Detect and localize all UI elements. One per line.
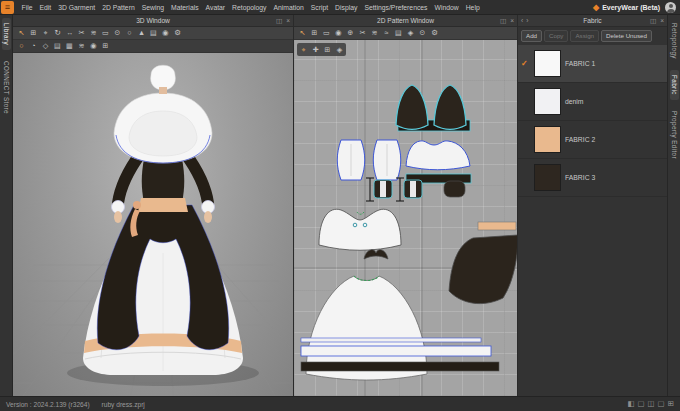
left-rail-tab-library[interactable]: Library (2, 18, 11, 50)
tool-icon-pose-tool[interactable]: ▲ (136, 28, 147, 39)
tool-icon-add-point-tool[interactable]: ⊕ (345, 28, 356, 39)
fabric-swatch[interactable] (534, 164, 561, 191)
menu-item[interactable]: Settings/Preferences (361, 0, 431, 15)
tool-icon-scissors-tool[interactable]: ✂ (357, 28, 368, 39)
tool-icon-texture-tool[interactable]: ◈ (405, 28, 416, 39)
tool-icon-grading-tool[interactable]: ▤ (393, 28, 404, 39)
menu-item[interactable]: 2D Pattern (99, 0, 139, 15)
tool-icon-scissors-tool[interactable]: ✂ (76, 28, 87, 39)
panel-icon-next[interactable]: › (525, 18, 529, 25)
tool-icon-pin-tool[interactable]: ◉ (160, 28, 171, 39)
toggle-icon-show-garment[interactable]: ▤ (52, 41, 63, 52)
tool-icon-box-select-tool[interactable]: ⊞ (28, 28, 39, 39)
tool-icon-pattern-tool[interactable]: ▭ (321, 28, 332, 39)
layout-icon-layout-3d[interactable]: ▢ (637, 400, 644, 408)
fabric-button-delete-unused[interactable]: Delete Unused (601, 30, 652, 42)
fabric-swatch[interactable] (534, 50, 561, 77)
menu-item[interactable]: 3D Garment (55, 0, 99, 15)
menu-item[interactable]: Materials (168, 0, 203, 15)
fabric-row-fabric-2[interactable]: ✓ FABRIC 2 (518, 121, 667, 159)
menu-item[interactable]: Window (431, 0, 462, 15)
tool-icon-edit-point-tool[interactable]: ◉ (333, 28, 344, 39)
tool-icon-settings[interactable]: ⚙ (429, 28, 440, 39)
fabric-row-fabric-3[interactable]: ✓ FABRIC 3 (518, 159, 667, 197)
fabric-row-denim[interactable]: ✓ denim (518, 83, 667, 121)
quick-tool-icon-grid-toggle[interactable]: ⊞ (322, 44, 333, 55)
pattern-piece-strip-thin[interactable] (301, 338, 481, 342)
pattern-piece-sleeve-cap-left[interactable] (396, 85, 428, 130)
tool-icon-zoom-tool[interactable]: ⊙ (112, 28, 123, 39)
pattern-piece-strip-white[interactable] (301, 346, 491, 356)
tool-icon-box-select-tool[interactable]: ⊞ (309, 28, 320, 39)
panel-icon-close[interactable]: × (659, 18, 665, 25)
menu-item[interactable]: Script (307, 0, 331, 15)
pattern-piece-small-dark[interactable] (444, 181, 465, 197)
panel-icon-dock[interactable]: ◫ (649, 18, 657, 25)
fabric-button-copy[interactable]: Copy (544, 30, 568, 42)
tool-icon-fabric-tool[interactable]: ▤ (148, 28, 159, 39)
viewport-3d[interactable] (13, 53, 293, 396)
pattern-piece-peach-band[interactable] (478, 222, 516, 230)
user-avatar[interactable] (665, 2, 676, 13)
panel-icon-prev[interactable]: ‹ (520, 18, 524, 25)
garment-3d[interactable] (83, 65, 243, 375)
pattern-piece-tab-left[interactable] (374, 180, 392, 198)
toggle-icon-show-mesh[interactable]: ▦ (64, 41, 75, 52)
pattern-piece-bow[interactable] (364, 250, 388, 259)
tool-icon-select-tool[interactable]: ↖ (297, 28, 308, 39)
pattern-piece-sleeve-cap-right[interactable] (434, 85, 466, 130)
quick-tool-icon-pan[interactable]: ✚ (310, 44, 321, 55)
panel-icon-dock[interactable]: ◫ (275, 18, 283, 25)
menu-item[interactable]: Display (332, 0, 361, 15)
tool-icon-select-tool[interactable]: ↖ (16, 28, 27, 39)
right-rail-tab-property-editor[interactable]: Property Editor (670, 106, 679, 164)
panel-icon-close[interactable]: × (285, 18, 291, 25)
menu-item[interactable]: File (18, 0, 36, 15)
toggle-icon-show-seams[interactable]: ≋ (76, 41, 87, 52)
tool-icon-free-sewing-tool[interactable]: ≈ (381, 28, 392, 39)
menu-item[interactable]: Help (462, 0, 483, 15)
menu-item[interactable]: Animation (270, 0, 307, 15)
fabric-swatch[interactable] (534, 126, 561, 153)
pattern-piece-tab-right[interactable] (404, 180, 422, 198)
toggle-icon-show-avatar[interactable]: ○ (16, 41, 27, 52)
tool-icon-scale-tool[interactable]: ↔ (64, 28, 75, 39)
viewport-2d[interactable]: ⌖✚⊞◈ (294, 40, 517, 396)
pattern-piece-bodice-front[interactable] (319, 209, 401, 250)
tool-icon-zoom-tool[interactable]: ⊙ (417, 28, 428, 39)
tool-icon-avatar-tool[interactable]: ○ (124, 28, 135, 39)
toggle-icon-show-hair[interactable]: ◔ (28, 41, 39, 52)
panel-icon-dock[interactable]: ◫ (499, 18, 507, 25)
panel-icon-close[interactable]: × (509, 18, 515, 25)
tool-icon-measure-tool[interactable]: ▭ (100, 28, 111, 39)
tool-icon-rotate-tool[interactable]: ↻ (52, 28, 63, 39)
toggle-icon-show-grid[interactable]: ⊞ (100, 41, 111, 52)
fabric-swatch[interactable] (534, 88, 561, 115)
app-logo-icon[interactable]: ≡ (1, 1, 14, 14)
layout-icon-layout-2d[interactable]: ▢ (658, 400, 665, 408)
toggle-icon-show-shoes[interactable]: ◇ (40, 41, 51, 52)
quick-tool-icon-texture-view[interactable]: ◈ (334, 44, 345, 55)
fabric-button-add[interactable]: Add (521, 30, 542, 42)
layout-icon-layout-quad[interactable]: ⊞ (668, 400, 674, 408)
menu-item[interactable]: Retopology (229, 0, 270, 15)
tool-icon-sewing-tool[interactable]: ≋ (369, 28, 380, 39)
right-rail-tab-fabric[interactable]: Fabric (670, 70, 679, 100)
right-rail-tab-retopology[interactable]: Retopology (670, 18, 679, 64)
menu-item[interactable]: Avatar (202, 0, 229, 15)
pattern-piece-yoke[interactable] (406, 141, 470, 170)
pattern-piece-strip-dark[interactable] (301, 362, 499, 371)
menu-item[interactable]: Edit (36, 0, 55, 15)
pattern-piece-overskirt[interactable] (449, 235, 517, 304)
tool-icon-sewing-tool[interactable]: ≋ (88, 28, 99, 39)
left-rail-tab-connect-store[interactable]: CONNECT Store (2, 56, 11, 119)
tool-icon-move-gizmo-tool[interactable]: ⌖ (40, 28, 51, 39)
quick-tool-icon-snap[interactable]: ⌖ (298, 44, 309, 55)
toggle-icon-show-pins[interactable]: ◉ (88, 41, 99, 52)
fabric-row-fabric-1[interactable]: ✓ FABRIC 1 (518, 45, 667, 83)
menu-item[interactable]: Sewing (138, 0, 167, 15)
layout-icon-layout-single[interactable]: ◧ (627, 400, 634, 408)
layout-icon-layout-split[interactable]: ◫ (648, 400, 655, 408)
fabric-button-assign[interactable]: Assign (570, 30, 599, 42)
tool-icon-simulate-settings[interactable]: ⚙ (172, 28, 183, 39)
